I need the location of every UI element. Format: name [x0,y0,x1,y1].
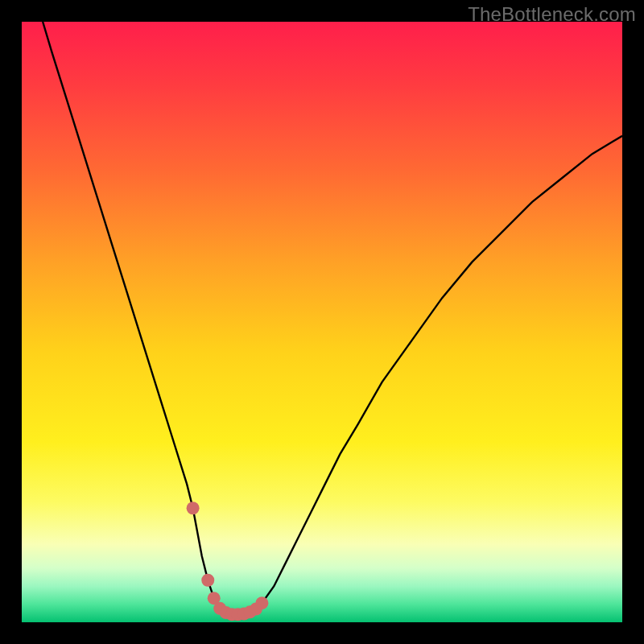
curve-markers [187,502,269,621]
data-point [255,597,268,609]
data-point [201,574,214,587]
data-point [187,502,200,514]
bottleneck-curve [22,22,622,622]
watermark-text: TheBottleneck.com [468,3,636,26]
plot-area [22,22,622,622]
chart-frame: TheBottleneck.com [0,0,644,644]
curve-line [43,22,622,614]
